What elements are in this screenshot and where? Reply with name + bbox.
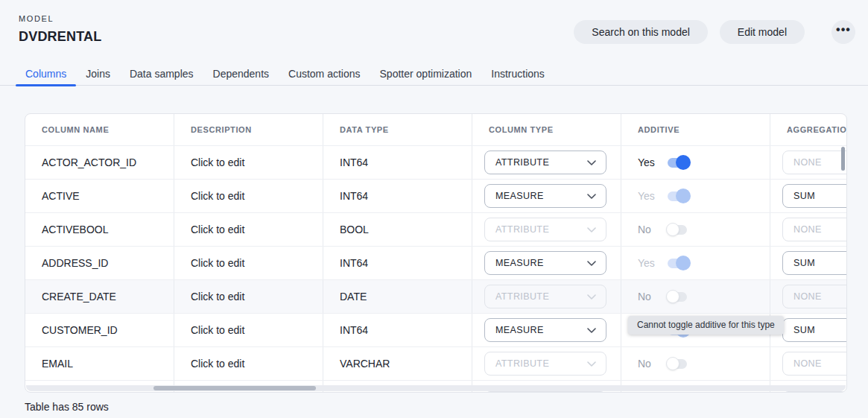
description-cell[interactable]: Click to edit xyxy=(174,314,323,346)
tab-columns[interactable]: Columns xyxy=(16,63,76,85)
additive-label: Yes xyxy=(638,190,658,202)
additive-label: No xyxy=(638,291,658,303)
description-cell[interactable]: Click to edit xyxy=(174,347,323,380)
tab-bar: Columns Joins Data samples Dependents Cu… xyxy=(0,63,868,86)
additive-toggle xyxy=(668,256,688,270)
column-name-cell: ACTIVE xyxy=(25,180,174,212)
column-name-cell: EMAIL xyxy=(25,347,174,380)
additive-tooltip: Cannot toggle additive for this type xyxy=(628,316,784,335)
horizontal-scrollbar-track[interactable] xyxy=(26,385,846,391)
data-type-cell: INT64 xyxy=(323,180,472,212)
column-name-cell: CREATE_DATE xyxy=(25,280,174,313)
aggregation-dropdown: NONE xyxy=(782,285,846,308)
chevron-down-icon xyxy=(587,160,596,165)
column-type-dropdown[interactable]: MEASURE xyxy=(484,184,606,208)
column-name-cell: ACTIVEBOOL xyxy=(25,213,174,246)
additive-label: Yes xyxy=(638,257,658,269)
tab-custom-actions[interactable]: Custom actions xyxy=(279,63,370,85)
description-cell[interactable]: Click to edit xyxy=(174,146,323,179)
table-row: EMAIL Click to edit VARCHAR ATTRIBUTE No… xyxy=(25,346,846,380)
model-eyebrow-label: MODEL xyxy=(19,14,54,23)
table-row: CREATE_DATE Click to edit DATE ATTRIBUTE… xyxy=(25,279,846,313)
description-cell[interactable]: Click to edit xyxy=(174,213,323,246)
table-header-row: COLUMN NAME DESCRIPTION DATA TYPE COLUMN… xyxy=(25,114,846,145)
column-type-dropdown: ATTRIBUTE xyxy=(484,218,606,241)
column-type-dropdown: ATTRIBUTE xyxy=(484,285,606,308)
additive-label: Yes xyxy=(638,156,658,168)
chevron-down-icon xyxy=(587,261,596,266)
additive-label: No xyxy=(638,358,658,370)
header-aggregation: AGGREGATION xyxy=(770,114,846,145)
table-row: ACTIVEBOOL Click to edit BOOL ATTRIBUTE … xyxy=(25,212,846,246)
chevron-down-icon xyxy=(587,294,596,300)
chevron-down-icon xyxy=(587,361,596,367)
header-column-type: COLUMN TYPE xyxy=(472,114,621,145)
column-name-cell: ADDRESS_ID xyxy=(25,247,174,279)
aggregation-dropdown[interactable]: SUM xyxy=(782,251,846,275)
column-type-dropdown: ATTRIBUTE xyxy=(484,352,606,376)
additive-toggle xyxy=(668,222,688,237)
data-type-cell: INT64 xyxy=(323,146,472,179)
additive-label: No xyxy=(638,224,658,235)
header-actions: Search on this model Edit model ••• xyxy=(574,20,855,44)
horizontal-scrollbar-thumb[interactable] xyxy=(153,386,316,390)
header-additive: ADDITIVE xyxy=(621,114,770,145)
table-row: ACTIVE Click to edit INT64 MEASURE Yes S… xyxy=(25,179,846,212)
chevron-down-icon xyxy=(587,194,596,199)
table-row-count: Table has 85 rows xyxy=(25,401,109,413)
search-on-model-button[interactable]: Search on this model xyxy=(574,20,708,44)
data-type-cell: VARCHAR xyxy=(323,347,472,380)
tab-joins[interactable]: Joins xyxy=(76,63,120,85)
vertical-scrollbar-thumb[interactable] xyxy=(841,147,845,171)
aggregation-dropdown[interactable]: SUM xyxy=(782,184,846,208)
data-type-cell: INT64 xyxy=(323,314,472,346)
additive-toggle[interactable] xyxy=(668,155,688,170)
page-title: DVDRENTAL xyxy=(19,29,101,45)
chevron-down-icon xyxy=(587,227,596,232)
aggregation-dropdown: NONE xyxy=(782,352,846,376)
column-name-cell: CUSTOMER_ID xyxy=(25,314,174,346)
additive-toggle xyxy=(668,356,688,371)
header-column-name: COLUMN NAME xyxy=(25,114,174,145)
data-type-cell: INT64 xyxy=(323,247,472,279)
table-row: ADDRESS_ID Click to edit INT64 MEASURE Y… xyxy=(25,246,846,279)
edit-model-button[interactable]: Edit model xyxy=(720,20,805,44)
column-type-dropdown[interactable]: ATTRIBUTE xyxy=(484,151,606,174)
data-type-cell: DATE xyxy=(323,280,472,313)
more-options-button[interactable]: ••• xyxy=(831,20,855,44)
chevron-down-icon xyxy=(587,328,596,333)
table-row: ACTOR_ACTOR_ID Click to edit INT64 ATTRI… xyxy=(25,145,846,179)
column-type-dropdown xyxy=(484,391,606,393)
aggregation-dropdown xyxy=(782,391,846,393)
additive-toggle xyxy=(668,189,688,203)
description-cell[interactable]: Click to edit xyxy=(174,247,323,279)
column-type-dropdown[interactable]: MEASURE xyxy=(484,318,606,342)
header-description: DESCRIPTION xyxy=(174,114,323,145)
additive-toggle xyxy=(668,289,688,304)
data-type-cell: BOOL xyxy=(323,213,472,246)
header-data-type: DATA TYPE xyxy=(323,114,472,145)
tab-instructions[interactable]: Instructions xyxy=(481,63,554,85)
description-cell[interactable]: Click to edit xyxy=(174,180,323,212)
aggregation-dropdown: NONE xyxy=(782,151,846,174)
tab-dependents[interactable]: Dependents xyxy=(203,63,279,85)
tab-data-samples[interactable]: Data samples xyxy=(120,63,203,85)
column-name-cell: ACTOR_ACTOR_ID xyxy=(25,146,174,179)
aggregation-dropdown: NONE xyxy=(782,218,846,241)
aggregation-dropdown[interactable]: SUM xyxy=(782,318,846,342)
tab-spotter-optimization[interactable]: Spotter optimization xyxy=(370,63,482,85)
column-type-dropdown[interactable]: MEASURE xyxy=(484,251,606,275)
description-cell[interactable]: Click to edit xyxy=(174,280,323,313)
columns-table: COLUMN NAME DESCRIPTION DATA TYPE COLUMN… xyxy=(25,113,847,393)
ellipsis-icon: ••• xyxy=(836,23,851,37)
